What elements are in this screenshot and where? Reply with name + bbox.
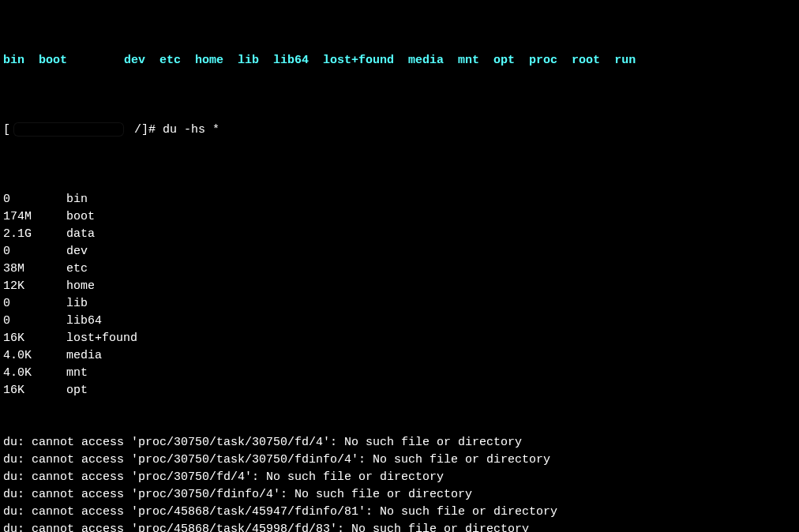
terminal[interactable]: bin boot dev etc home lib lib64 lost+fou… — [3, 0, 796, 532]
du-size: 12K — [3, 278, 66, 295]
du-name: boot — [66, 208, 95, 226]
du-size: 16K — [3, 382, 66, 399]
redacted-host — [13, 122, 124, 137]
du-size: 0 — [3, 243, 66, 260]
du-row: 16K opt — [3, 382, 796, 399]
du-row: 38M etc — [3, 260, 796, 278]
du-name: lib64 — [66, 313, 102, 330]
du-row: 4.0K mnt — [3, 365, 796, 382]
prompt-line: [ /]# du -hs * — [3, 122, 796, 139]
du-row: 174M boot — [3, 208, 796, 226]
du-error-line: du: cannot access 'proc/30750/task/30750… — [3, 434, 796, 451]
du-name: lib — [66, 295, 88, 313]
du-row: 12K home — [3, 278, 796, 295]
du-size: 4.0K — [3, 347, 66, 365]
du-size: 2.1G — [3, 226, 66, 243]
du-name: home — [66, 278, 95, 295]
ls-output-row: bin boot dev etc home lib lib64 lost+fou… — [3, 52, 796, 69]
du-row: 0 dev — [3, 243, 796, 260]
du-name: bin — [66, 191, 88, 208]
du-size: 0 — [3, 313, 66, 330]
command-text: du -hs * — [163, 123, 219, 137]
du-error-line: du: cannot access 'proc/30750/fd/4': No … — [3, 469, 796, 486]
du-error-line: du: cannot access 'proc/45868/task/45947… — [3, 504, 796, 521]
prompt-suffix: /]# — [127, 123, 163, 137]
du-row: 16K lost+found — [3, 330, 796, 347]
du-name: mnt — [66, 365, 88, 382]
du-row: 2.1G data — [3, 226, 796, 243]
du-size: 174M — [3, 208, 66, 226]
dir-listing: bin boot dev etc home lib lib64 lost+fou… — [3, 52, 650, 69]
du-size: 0 — [3, 295, 66, 313]
du-name: dev — [66, 243, 88, 260]
du-size: 0 — [3, 191, 66, 208]
du-name: lost+found — [66, 330, 137, 347]
du-error-line: du: cannot access 'proc/30750/fdinfo/4':… — [3, 486, 796, 504]
prompt-prefix: [ — [3, 123, 10, 137]
du-row: 4.0K media — [3, 347, 796, 365]
du-error-line: du: cannot access 'proc/45868/task/45998… — [3, 521, 796, 532]
du-row: 0 lib — [3, 295, 796, 313]
du-name: data — [66, 226, 95, 243]
du-row: 0 bin — [3, 191, 796, 208]
du-size: 4.0K — [3, 365, 66, 382]
du-name: media — [66, 347, 102, 365]
du-error-line: du: cannot access 'proc/30750/task/30750… — [3, 451, 796, 469]
du-row: 0 lib64 — [3, 313, 796, 330]
du-size: 38M — [3, 260, 66, 278]
du-name: etc — [66, 260, 88, 278]
du-name: opt — [66, 382, 88, 399]
du-size: 16K — [3, 330, 66, 347]
